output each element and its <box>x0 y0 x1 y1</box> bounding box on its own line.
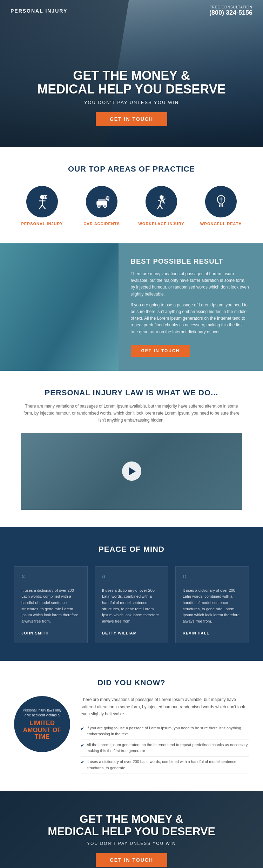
practice-icons: PERSONAL INJURY CAR ACCIDENTS <box>14 186 249 226</box>
hero-nav: PERSONAL INJURY FREE CONSULTATION (800) … <box>0 0 263 22</box>
practice-circle-personal-injury <box>26 186 58 217</box>
testimonials-container: “ It uses a dictionary of over 200 Latin… <box>14 566 249 644</box>
svg-line-18 <box>160 205 162 209</box>
peace-title: PEACE OF MIND <box>14 545 249 554</box>
pil-description: There are many variations of passages of… <box>21 403 242 424</box>
testimonial-2: “ It uses a dictionary of over 200 Latin… <box>95 566 168 644</box>
best-result-content: BEST POSSIBLE RESULT There are many vari… <box>119 243 263 371</box>
check-icon-1: ✔ <box>81 726 84 732</box>
svg-line-4 <box>42 205 45 209</box>
dyk-list-item-1: ✔ If you are going to use a passage of L… <box>81 723 249 740</box>
best-result-title: BEST POSSIBLE RESULT <box>131 257 251 265</box>
dyk-list-text-2: All the Lorem Ipsum generators on the In… <box>87 742 249 754</box>
hero-title: GET THE MONEY & MEDICAL HELP YOU DESERVE <box>14 69 249 96</box>
practice-circle-wrongful-death <box>205 186 237 217</box>
dyk-circle-limited: LIMITED AMOUNT OF TIME <box>21 720 63 741</box>
consultation-label: FREE CONSULTATION <box>209 5 252 9</box>
practice-title: OUR TOP AREAS OF PRACTICE <box>14 165 249 174</box>
testimonial-name-3: KEVIN HALL <box>183 631 209 635</box>
testimonial-text-3: It uses a dictionary of over 200 Latin w… <box>183 588 242 625</box>
practice-circle-car-accidents <box>86 186 117 217</box>
best-result-image-overlay <box>0 243 119 371</box>
pil-title: PERSONAL INJURY LAW IS WHAT WE DO... <box>21 388 242 397</box>
dyk-circle-text1: Personal Injury laws only give accident … <box>21 708 63 718</box>
practice-label-wrongful-death: WRONGFUL DEATH <box>200 222 242 226</box>
practice-item-car-accidents[interactable]: CAR ACCIDENTS <box>77 186 126 226</box>
hero-section: PERSONAL INJURY FREE CONSULTATION (800) … <box>0 0 263 147</box>
hero-phone: FREE CONSULTATION (800) 324-5156 <box>209 5 252 16</box>
svg-point-11 <box>103 204 107 207</box>
dyk-list-text-3: It uses a dictionary of over 200 Latin w… <box>87 759 249 771</box>
dyk-list-item-3: ✔ It uses a dictionary of over 200 Latin… <box>81 757 249 773</box>
best-result-para1: There are many variations of passages of… <box>131 271 251 298</box>
bottom-hero-cta-button[interactable]: GET IN TOUCH <box>96 853 167 867</box>
dyk-list-text-1: If you are going to use a passage of Lor… <box>87 725 249 737</box>
practice-section: OUR TOP AREAS OF PRACTICE PERSONAL INJUR… <box>0 147 263 243</box>
best-result-section: BEST POSSIBLE RESULT There are many vari… <box>0 243 263 371</box>
quote-icon-2: “ <box>102 574 161 584</box>
dyk-list: ✔ If you are going to use a passage of L… <box>81 723 249 774</box>
check-icon-2: ✔ <box>81 743 84 749</box>
dyk-title: DID YOU KNOW? <box>14 678 249 687</box>
bottom-hero-title: GET THE MONEY & MEDICAL HELP YOU DESERVE <box>48 813 215 838</box>
phone-number: (800) 324-5156 <box>209 9 252 16</box>
wrongful-death-icon <box>213 194 229 210</box>
dyk-content: Personal Injury laws only give accident … <box>14 696 249 773</box>
video-container[interactable] <box>21 433 242 510</box>
pil-section: PERSONAL INJURY LAW IS WHAT WE DO... The… <box>0 371 263 527</box>
dyk-circle: Personal Injury laws only give accident … <box>14 696 70 752</box>
best-result-cta-button[interactable]: GET IN TOUCH <box>131 345 190 357</box>
practice-item-wrongful-death[interactable]: WRONGFUL DEATH <box>196 186 245 226</box>
best-result-para2: If you are going to use a passage of Lor… <box>131 302 251 335</box>
bottom-hero-content: GET THE MONEY & MEDICAL HELP YOU DESERVE… <box>48 813 215 867</box>
testimonial-name-2: BETTY WILLIAM <box>102 631 137 635</box>
practice-item-personal-injury[interactable]: PERSONAL INJURY <box>18 186 67 226</box>
testimonial-3: “ It uses a dictionary of over 200 Latin… <box>175 566 249 644</box>
play-button[interactable] <box>122 461 141 481</box>
hero-cta-button[interactable]: GET IN TOUCH <box>96 112 167 126</box>
dyk-intro: There are many variations of passages of… <box>81 696 249 717</box>
svg-point-13 <box>106 196 109 200</box>
peace-section: PEACE OF MIND “ It uses a dictionary of … <box>0 527 263 661</box>
testimonial-text-2: It uses a dictionary of over 200 Latin w… <box>102 588 161 625</box>
svg-line-15 <box>160 199 162 205</box>
testimonial-1: “ It uses a dictionary of over 200 Latin… <box>14 566 88 644</box>
bottom-hero-subtitle: YOU DON'T PAY UNLESS YOU WIN <box>48 841 215 846</box>
dyk-right: There are many variations of passages of… <box>81 696 249 773</box>
play-triangle-icon <box>129 467 136 475</box>
practice-label-personal-injury: PERSONAL INJURY <box>21 222 63 226</box>
did-you-know-section: DID YOU KNOW? Personal Injury laws only … <box>0 661 263 791</box>
practice-label-car-accidents: CAR ACCIDENTS <box>83 222 120 226</box>
site-logo: PERSONAL INJURY <box>11 8 67 14</box>
testimonial-text-1: It uses a dictionary of over 200 Latin w… <box>21 588 80 625</box>
svg-line-3 <box>39 205 42 209</box>
best-result-image <box>0 243 119 371</box>
practice-circle-workplace-injury <box>146 186 177 217</box>
person-injury-icon <box>34 194 50 210</box>
practice-label-workplace-injury: WORKPLACE INJURY <box>138 222 184 226</box>
check-icon-3: ✔ <box>81 759 84 766</box>
dyk-list-item-2: ✔ All the Lorem Ipsum generators on the … <box>81 740 249 757</box>
practice-item-workplace-injury[interactable]: WORKPLACE INJURY <box>137 186 186 226</box>
svg-point-10 <box>97 204 100 207</box>
svg-rect-9 <box>98 199 106 202</box>
hero-content: GET THE MONEY & MEDICAL HELP YOU DESERVE… <box>0 69 263 126</box>
quote-icon-3: “ <box>183 574 242 584</box>
quote-icon-1: “ <box>21 574 80 584</box>
bottom-hero-section: GET THE MONEY & MEDICAL HELP YOU DESERVE… <box>0 791 263 868</box>
hero-subtitle: YOU DON'T PAY UNLESS YOU WIN <box>14 100 249 105</box>
car-accident-icon <box>94 194 110 210</box>
workplace-injury-icon <box>154 194 169 210</box>
svg-line-17 <box>157 205 160 209</box>
testimonial-name-1: JOHN SMITH <box>21 631 49 635</box>
